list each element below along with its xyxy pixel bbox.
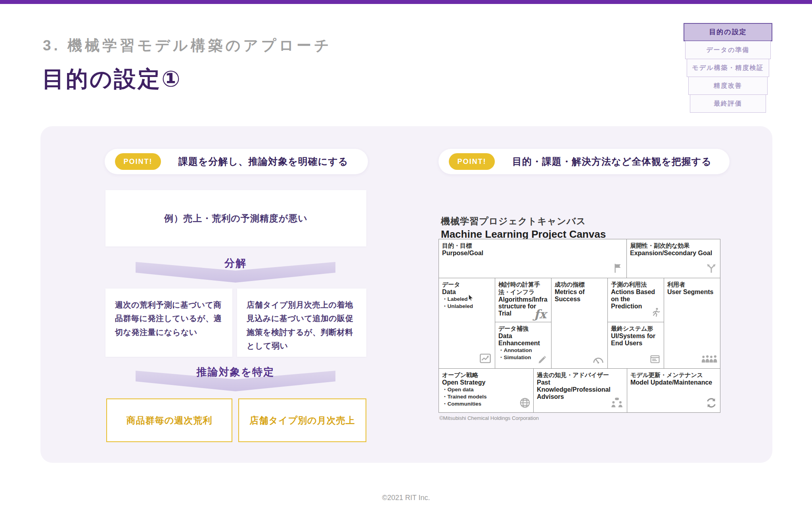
- stepper-item-data-prep: データの準備: [685, 41, 771, 59]
- canvas-cell-data-enhancement: データ補強 Data Enhancement ・Annotation ・Simu…: [495, 322, 552, 369]
- canvas-cell-past-knowledge: 過去の知見・アドバイザー Past Knowledge/Professional…: [534, 369, 627, 413]
- top-accent-bar: [0, 0, 812, 4]
- cell-label-ja: 成功の指標: [555, 281, 604, 289]
- target-text-1: 商品群毎の週次荒利: [126, 414, 213, 427]
- pencil-icon: [537, 354, 549, 366]
- cell-bullet: ・Unlabeled: [442, 303, 492, 310]
- advisors-icon: [609, 397, 624, 410]
- cell-label-ja: 利用者: [667, 281, 717, 289]
- canvas-cell-algorithms: 検討時の計算手法・インフラ Algorithms/Infrastructure …: [495, 278, 552, 322]
- section-kicker: 3. 機械学習モデル構築のアプローチ: [43, 36, 332, 56]
- line-chart-icon: [478, 352, 492, 366]
- stepper-item-model-build: モデル構築・精度検証: [687, 59, 769, 77]
- cell-label-ja: 目的・目標: [442, 242, 623, 250]
- canvas-title-ja: 機械学習プロジェクトキャンバス: [441, 215, 606, 227]
- point-text-right: 目的・課題・解決方法など全体観を把握する: [512, 155, 712, 168]
- point-pill-right: POINT! 目的・課題・解決方法など全体観を把握する: [439, 149, 730, 174]
- cell-label-en: Expansion/Secondary Goal: [630, 250, 717, 257]
- cell-label-en: Purpose/Goal: [442, 250, 623, 257]
- canvas-copyright: ©Mitsubishi Chemical Holdings Corporatio…: [439, 415, 539, 421]
- cell-label-en: Model Update/Maintenance: [630, 379, 717, 386]
- cell-label-ja: 展開性・副次的な効果: [630, 242, 717, 250]
- branch-arrows-icon: [705, 262, 718, 276]
- cell-label-ja: 検討時の計算手法・インフラ: [498, 281, 548, 296]
- cell-label-ja: 過去の知見・アドバイザー: [537, 371, 624, 379]
- slide-footer: ©2021 RIT Inc.: [0, 494, 812, 502]
- canvas-cell-data: データ Data ・Labeled ・Unlabeled: [439, 278, 495, 369]
- user-group-icon: [701, 354, 718, 366]
- canvas-cell-expansion: 展開性・副次的な効果 Expansion/Secondary Goal: [627, 239, 720, 278]
- cause-text-1: 週次の荒利予測に基づいて商品群毎に発注しているが、適切な発注量にならない: [115, 298, 223, 339]
- point-text-left: 課題を分解し、推論対象を明確にする: [178, 155, 348, 168]
- stepper-item-accuracy: 精度改善: [688, 77, 768, 95]
- fx-function-icon: ƒx: [534, 307, 546, 321]
- process-stepper: 目的の設定 データの準備 モデル構築・精度検証 精度改善 最終評価: [684, 23, 772, 113]
- canvas-cell-model-update: モデル更新・メンテナンス Model Update/Maintenance: [627, 369, 720, 413]
- cause-box-1: 週次の荒利予測に基づいて商品群毎に発注しているが、適切な発注量にならない: [105, 289, 232, 357]
- cell-bullet: ・Labeled: [442, 296, 492, 303]
- cell-label-en: User Segments: [667, 289, 717, 296]
- canvas-cell-metrics: 成功の指標 Metrics of Success: [552, 278, 608, 369]
- flag-icon: [612, 262, 624, 276]
- problem-box: 例）売上・荒利の予測精度が悪い: [105, 190, 366, 246]
- target-box-2: 店舗タイプ別の月次売上: [238, 398, 366, 442]
- canvas-cell-purpose: 目的・目標 Purpose/Goal: [439, 239, 627, 278]
- cell-label-en: Data: [442, 289, 492, 296]
- gauge-icon: [592, 354, 605, 366]
- canvas-cell-actions: 予測の利用法 Actions Based on the Prediction: [608, 278, 664, 322]
- app-window-icon: [649, 354, 661, 366]
- problem-text: 例）売上・荒利の予測精度が悪い: [164, 212, 308, 225]
- mouse-cursor-icon: [468, 294, 473, 303]
- point-badge: POINT!: [115, 153, 161, 170]
- cause-box-2: 店舗タイプ別月次売上の着地見込みに基づいて追加の販促施策を検討するが、判断材料と…: [237, 289, 366, 357]
- canvas-cell-ui-systems: 最終システム形 UI/Systems for End Users: [608, 322, 664, 369]
- cell-bullet: ・Open data: [442, 386, 530, 393]
- cell-label-en: UI/Systems for End Users: [611, 333, 661, 347]
- runner-icon: [650, 306, 661, 320]
- cell-label-en: Metrics of Success: [555, 289, 604, 303]
- cell-bullet: ・Trained models: [442, 393, 530, 400]
- canvas-cell-users: 利用者 User Segments: [664, 278, 720, 369]
- cell-label-ja: オープン戦略: [442, 371, 530, 379]
- target-box-1: 商品群毎の週次荒利: [106, 398, 232, 442]
- cell-label-ja: 最終システム形: [611, 325, 661, 333]
- identify-target-arrow-label: 推論対象を特定: [136, 365, 335, 379]
- page-title: 目的の設定①: [42, 64, 182, 94]
- ml-project-canvas: 目的・目標 Purpose/Goal 展開性・副次的な効果 Expansion/…: [439, 239, 720, 413]
- target-text-2: 店舗タイプ別の月次売上: [249, 414, 355, 427]
- cell-bullet: ・Annotation: [498, 347, 548, 354]
- point-badge: POINT!: [449, 153, 495, 170]
- cell-label-ja: 予測の利用法: [611, 281, 661, 289]
- canvas-title: 機械学習プロジェクトキャンバス Machine Learning Project…: [441, 215, 606, 241]
- cause-text-2: 店舗タイプ別月次売上の着地見込みに基づいて追加の販促施策を検討するが、判断材料と…: [247, 298, 357, 353]
- cell-bullet: ・Communities: [442, 400, 530, 408]
- stepper-item-final-eval: 最終評価: [690, 94, 766, 113]
- cell-label-ja: モデル更新・メンテナンス: [630, 371, 717, 379]
- cell-label-en: Data Enhancement: [498, 333, 548, 347]
- refresh-icon: [705, 397, 718, 410]
- identify-target-arrow: 推論対象を特定: [136, 366, 335, 391]
- decompose-arrow: 分解: [136, 257, 335, 283]
- decompose-arrow-label: 分解: [136, 256, 335, 270]
- stepper-item-goal-setting: 目的の設定: [684, 23, 772, 41]
- cell-label-ja: データ: [442, 281, 492, 289]
- cell-label-ja: データ補強: [498, 325, 548, 333]
- globe-icon: [519, 397, 531, 410]
- canvas-cell-open-strategy: オープン戦略 Open Strategy ・Open data ・Trained…: [439, 369, 534, 413]
- cell-label-en: Open Strategy: [442, 379, 530, 386]
- point-pill-left: POINT! 課題を分解し、推論対象を明確にする: [105, 149, 368, 174]
